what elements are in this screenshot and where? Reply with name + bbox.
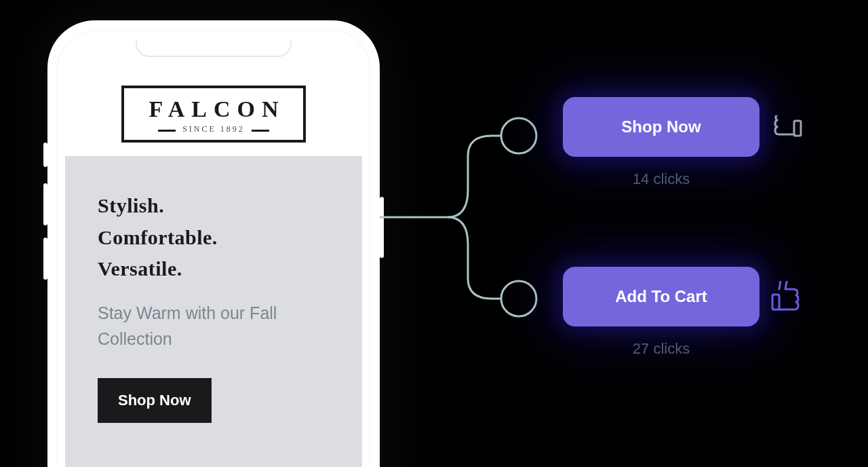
- hero-subhead: Stay Warm with our Fall Collection: [98, 300, 315, 353]
- variant-a: Shop Now 14 clicks: [563, 97, 760, 188]
- phone-volume-down: [43, 238, 47, 280]
- hero-cta-button[interactable]: Shop Now: [98, 378, 212, 423]
- phone-notch: [136, 39, 292, 57]
- variant-b: Add To Cart 27 clicks: [563, 267, 760, 358]
- phone-mockup: FALCON SINCE 1892 Stylish. Comfortable. …: [47, 20, 380, 467]
- variant-connector: [380, 109, 556, 353]
- hero-card: Stylish. Comfortable. Versatile. Stay Wa…: [65, 156, 362, 467]
- variant-b-clicks: 27 clicks: [563, 340, 760, 358]
- hero-headline: Stylish. Comfortable. Versatile.: [98, 190, 330, 285]
- thumbs-down-icon: [770, 115, 804, 149]
- variant-a-button[interactable]: Shop Now: [563, 97, 760, 157]
- phone-volume-up: [43, 183, 47, 225]
- phone-screen: FALCON SINCE 1892 Stylish. Comfortable. …: [65, 67, 362, 467]
- brand-name: FALCON: [149, 96, 285, 122]
- headline-line-3: Versatile.: [98, 253, 330, 285]
- headline-line-2: Comfortable.: [98, 222, 330, 254]
- svg-rect-2: [794, 121, 801, 136]
- brand-logo: FALCON SINCE 1892: [65, 67, 362, 156]
- svg-point-1: [501, 281, 536, 316]
- variant-b-button[interactable]: Add To Cart: [563, 267, 760, 326]
- brand-since: SINCE 1892: [176, 124, 252, 134]
- svg-rect-3: [772, 295, 779, 310]
- thumbs-up-icon: [770, 281, 804, 315]
- phone-silence-switch: [43, 143, 47, 167]
- headline-line-1: Stylish.: [98, 190, 330, 222]
- variant-a-clicks: 14 clicks: [563, 170, 760, 188]
- svg-point-0: [501, 118, 536, 153]
